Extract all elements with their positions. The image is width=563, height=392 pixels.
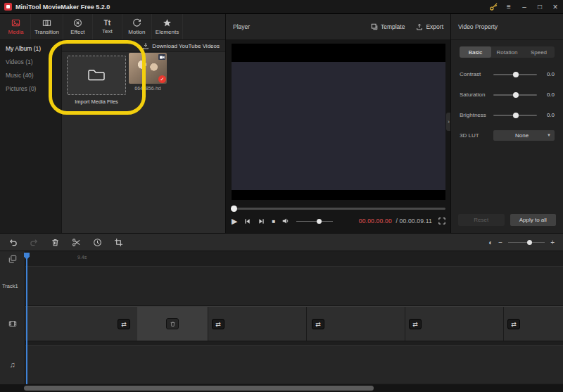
time-display: 00.00.00.00 / 00.00.09.11 [359, 217, 432, 225]
clip-separator [405, 307, 405, 341]
app-logo-icon [4, 3, 12, 11]
property-actions: Reset Apply to all [458, 214, 556, 226]
redo-button[interactable] [30, 238, 39, 247]
window-title: MiniTool MovieMaker Free 5.2.0 [15, 4, 110, 11]
track1-row[interactable] [25, 266, 563, 306]
split-button[interactable] [72, 238, 81, 247]
saturation-slider[interactable] [493, 91, 537, 98]
clip-separator [208, 307, 208, 341]
sidebar-item-my-album[interactable]: My Album (1) [0, 42, 61, 55]
ribbon-tabs: Media Transition Effect Tt Text Motion [0, 14, 225, 40]
selected-clip[interactable] [137, 307, 208, 341]
menu-icon[interactable]: ≡ [501, 0, 517, 14]
play-button[interactable]: ▶ [232, 217, 237, 226]
scrollbar-thumb[interactable] [24, 386, 374, 391]
track-manager-button[interactable] [0, 251, 25, 266]
tab-elements[interactable]: Elements [152, 14, 183, 39]
speed-button[interactable] [93, 238, 102, 247]
player-title: Player [233, 23, 250, 30]
library-content: Download YouTube Videos Import Media Fil… [62, 40, 225, 233]
register-key-icon[interactable] [486, 0, 501, 14]
folder-icon [87, 68, 106, 82]
slider-thumb[interactable] [513, 72, 519, 77]
video-property-panel: Video Property Basic Rotation Speed Cont… [450, 14, 563, 233]
seek-bar[interactable] [232, 206, 445, 212]
brightness-value: 0.0 [543, 112, 555, 118]
library-header: Download YouTube Videos [62, 40, 225, 52]
transition-slot[interactable]: ⇄ [312, 319, 324, 329]
sidebar-item-pictures[interactable]: Pictures (0) [0, 82, 61, 95]
zoom-track [508, 242, 545, 244]
export-label: Export [426, 23, 443, 30]
media-item[interactable]: ✓ 6648856-hd [129, 53, 167, 91]
tab-effect[interactable]: Effect [63, 14, 93, 39]
tab-rotation[interactable]: Rotation [491, 46, 523, 58]
stop-button[interactable]: ■ [272, 218, 275, 225]
sidebar-item-music[interactable]: Music (40) [0, 68, 61, 82]
tab-basic[interactable]: Basic [460, 46, 491, 58]
volume-thumb[interactable] [317, 219, 322, 224]
maximize-button[interactable]: □ [532, 0, 548, 14]
zoom-out-button[interactable]: − [498, 239, 502, 246]
apply-to-all-button[interactable]: Apply to all [510, 214, 557, 226]
crop-button[interactable] [114, 238, 123, 247]
undo-button[interactable] [8, 238, 18, 247]
template-icon [371, 23, 378, 30]
sidebar-item-label: Music (40) [6, 72, 34, 79]
property-tabs: Basic Rotation Speed [460, 46, 555, 58]
zoom-slider[interactable] [508, 239, 545, 246]
zoom-thumb[interactable] [527, 240, 532, 245]
volume-button[interactable] [282, 217, 290, 225]
chevron-down-icon: ▼ [547, 133, 551, 137]
contrast-slider[interactable] [493, 71, 537, 77]
property-title: Video Property [451, 14, 563, 40]
tab-motion[interactable]: Motion [122, 14, 152, 39]
next-frame-button[interactable] [258, 217, 265, 225]
player-panel: Player Template Export › ▶ ■ [225, 14, 450, 233]
import-media-dropzone[interactable]: Import Media Files [67, 56, 126, 105]
tab-text[interactable]: Tt Text [93, 14, 122, 39]
delete-button[interactable] [51, 238, 60, 247]
close-button[interactable]: × [548, 0, 563, 14]
volume-slider[interactable] [296, 218, 333, 225]
previous-frame-button[interactable] [243, 217, 251, 225]
brightness-label: Brightness [460, 112, 493, 118]
ruler-label: 9.4s [77, 255, 87, 260]
fullscreen-button[interactable] [438, 217, 445, 225]
import-box[interactable] [67, 56, 126, 95]
library-sidebar: My Album (1) Videos (1) Music (40) Pictu… [0, 40, 62, 233]
horizontal-scrollbar[interactable] [0, 384, 563, 392]
slider-thumb[interactable] [513, 113, 519, 118]
sidebar-item-videos[interactable]: Videos (1) [0, 55, 61, 68]
zoom-in-button[interactable]: + [550, 239, 555, 246]
current-time: 00.00.00.00 [359, 217, 392, 225]
track-header-column: Track1 ♫ [0, 251, 25, 384]
transition-slot[interactable]: ⇄ [212, 319, 224, 329]
text-icon: Tt [104, 20, 110, 27]
volume-track [296, 221, 333, 222]
transition-slot[interactable]: ⇄ [507, 319, 520, 329]
transition-slot[interactable]: ⇄ [409, 319, 422, 329]
download-youtube-link[interactable]: Download YouTube Videos [152, 43, 220, 49]
transition-slot[interactable]: ⇄ [118, 319, 130, 329]
tab-transition[interactable]: Transition [31, 14, 63, 39]
playhead[interactable] [26, 253, 27, 384]
brightness-slider[interactable] [493, 112, 537, 118]
zoom-fit-icon[interactable]: ◐ [488, 239, 493, 246]
tab-speed[interactable]: Speed [523, 46, 555, 58]
media-icon [11, 18, 20, 27]
reset-button[interactable]: Reset [458, 214, 505, 226]
tab-label: Media [8, 29, 24, 35]
lut-dropdown[interactable]: None ▼ [493, 130, 555, 141]
media-item-name: 6648856-hd [129, 86, 167, 91]
seek-thumb[interactable] [231, 206, 237, 212]
video-type-icon [158, 54, 165, 60]
slider-thumb[interactable] [513, 92, 519, 98]
minimize-button[interactable]: – [517, 0, 532, 14]
seek-track[interactable] [232, 208, 445, 210]
template-button[interactable]: Template [371, 23, 405, 30]
tab-media[interactable]: Media [1, 14, 31, 39]
audio-track-row[interactable] [25, 345, 563, 384]
added-check-icon: ✓ [158, 75, 166, 83]
export-button[interactable]: Export [416, 23, 443, 30]
